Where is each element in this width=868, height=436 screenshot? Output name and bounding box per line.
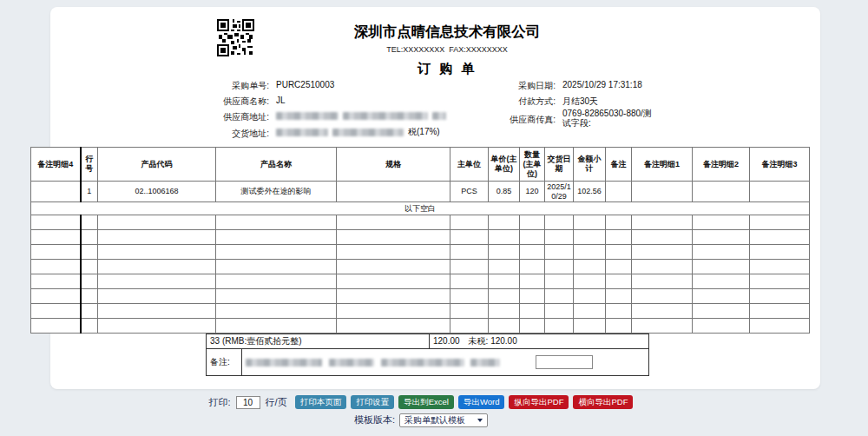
table-cell — [216, 245, 337, 260]
amount-totals: 120.00 未税: 120.00 — [430, 334, 649, 349]
table-cell — [31, 260, 81, 274]
blank-note-cell: 以下空白 — [31, 202, 810, 215]
payment-terms-label: 付款方式: — [486, 96, 556, 108]
template-select[interactable]: 采购单默认模板 — [399, 413, 488, 427]
table-cell — [337, 182, 450, 202]
column-header: 单价(主单位) — [489, 148, 520, 182]
table-cell — [520, 260, 545, 274]
table-cell — [632, 245, 693, 260]
export-word-button[interactable]: 导出Word — [458, 395, 505, 409]
table-cell: 120 — [520, 182, 545, 202]
table-cell — [750, 182, 810, 202]
delivery-address-redacted: 税(17%) — [276, 128, 440, 136]
remark-extra-box[interactable] — [536, 355, 593, 369]
table-cell — [81, 245, 98, 260]
table-cell — [520, 245, 545, 260]
table-cell — [98, 215, 216, 230]
table-cell — [489, 319, 520, 334]
table-cell — [450, 289, 489, 304]
chevron-down-icon — [477, 419, 483, 422]
delivery-address-label: 交货地址: — [200, 128, 269, 140]
table-cell — [574, 289, 606, 304]
order-table: 备注明细4行号产品代码产品名称规格主单位单价(主单位)数量(主单位)交货日期金额… — [30, 147, 810, 334]
table-cell — [31, 230, 81, 245]
remark-redacted — [329, 359, 374, 367]
table-cell: PCS — [450, 182, 489, 202]
payment-terms-value: 月结30天 — [562, 96, 598, 108]
column-header: 备注 — [606, 148, 632, 182]
export-excel-button[interactable]: 导出到Excel — [398, 395, 454, 409]
table-cell — [545, 215, 574, 230]
table-cell — [574, 319, 606, 334]
table-cell — [450, 319, 489, 334]
supplier-name-label: 供应商名称: — [200, 96, 269, 108]
table-cell — [750, 319, 810, 334]
column-header: 规格 — [337, 148, 450, 182]
empty-row — [31, 260, 810, 274]
table-cell — [450, 245, 489, 260]
column-header: 数量(主单位) — [520, 148, 545, 182]
table-cell — [81, 319, 98, 334]
table-cell — [81, 289, 98, 304]
table-cell — [337, 274, 450, 289]
table-cell — [750, 289, 810, 304]
table-cell — [632, 260, 693, 274]
table-cell — [489, 274, 520, 289]
supplier-address-redacted — [276, 111, 446, 120]
empty-row — [31, 319, 810, 334]
column-header: 备注明细1 — [632, 148, 693, 182]
table-cell — [693, 274, 750, 289]
table-cell — [31, 304, 81, 319]
table-cell — [750, 304, 810, 319]
table-cell — [606, 260, 632, 274]
po-number-label: 采购单号: — [200, 80, 269, 92]
table-cell — [337, 260, 450, 274]
supplier-fax-value: 0769-82865030-880/测试字段: — [562, 109, 660, 128]
table-cell: 测试委外在途的影响 — [216, 182, 337, 202]
po-date-value: 2025/10/29 17:31:18 — [562, 80, 642, 89]
table-cell — [489, 215, 520, 230]
table-cell — [632, 289, 693, 304]
table-cell — [606, 319, 632, 334]
table-cell — [31, 319, 81, 334]
table-cell — [489, 289, 520, 304]
table-cell — [545, 260, 574, 274]
table-cell — [693, 260, 750, 274]
table-cell — [693, 304, 750, 319]
empty-row — [31, 304, 810, 319]
column-header: 金额小计 — [574, 148, 606, 182]
table-cell — [81, 215, 98, 230]
table-cell — [693, 245, 750, 260]
table-cell — [337, 230, 450, 245]
print-page-button[interactable]: 打印本页面 — [295, 395, 347, 409]
table-cell — [693, 230, 750, 245]
table-cell — [574, 215, 606, 230]
export-pdf-portrait-button[interactable]: 纵向导出PDF — [509, 395, 569, 409]
table-cell — [632, 182, 693, 202]
blank-note-row: 以下空白 — [31, 202, 810, 215]
table-cell — [98, 304, 216, 319]
print-settings-button[interactable]: 打印设置 — [351, 395, 394, 409]
qr-code-icon — [217, 19, 254, 56]
print-preview-screen: 深圳市点晴信息技术有限公司 TEL:XXXXXXXX FAX:XXXXXXXX … — [0, 0, 868, 436]
table-cell: 102.56 — [574, 182, 606, 202]
table-header-row: 备注明细4行号产品代码产品名称规格主单位单价(主单位)数量(主单位)交货日期金额… — [31, 148, 810, 182]
table-cell — [693, 215, 750, 230]
order-row: 102..1006168测试委外在途的影响PCS0.851202025/10/2… — [31, 182, 810, 202]
table-cell — [632, 215, 693, 230]
table-cell — [574, 245, 606, 260]
table-cell — [337, 245, 450, 260]
template-version-label: 模板版本: — [354, 413, 395, 426]
export-buttons: 打印本页面打印设置导出到Excel导出Word纵向导出PDF横向导出PDF — [295, 395, 634, 409]
table-cell: 2025/10/29 — [545, 182, 574, 202]
table-cell — [216, 304, 337, 319]
rows-per-page-input[interactable] — [236, 396, 260, 409]
empty-row — [31, 215, 810, 230]
table-cell — [216, 230, 337, 245]
column-header: 行号 — [81, 148, 98, 182]
remark-redacted — [470, 359, 500, 367]
table-cell — [606, 304, 632, 319]
table-cell — [337, 289, 450, 304]
export-pdf-landscape-button[interactable]: 横向导出PDF — [573, 395, 633, 409]
amount-in-words: 33 (RMB:壹佰贰拾元整) — [207, 334, 430, 349]
